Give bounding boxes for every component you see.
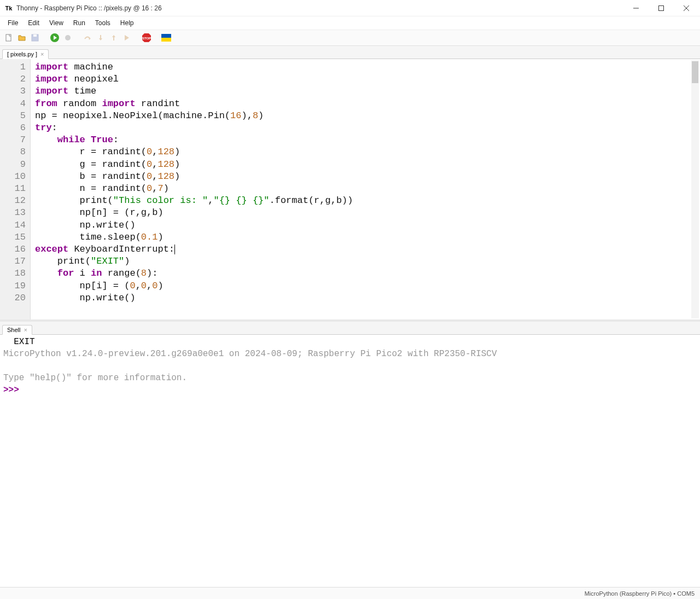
- interpreter-status[interactable]: MicroPython (Raspberry Pi Pico) • COM5: [585, 590, 695, 597]
- svg-rect-4: [6, 34, 11, 41]
- text-cursor: [174, 245, 175, 254]
- svg-text:STOP: STOP: [142, 37, 151, 40]
- menu-file[interactable]: File: [3, 18, 22, 28]
- maximize-button[interactable]: [649, 0, 674, 16]
- svg-marker-14: [112, 35, 115, 37]
- menu-bar: File Edit View Run Tools Help: [0, 16, 700, 30]
- svg-rect-19: [161, 38, 171, 42]
- save-file-icon[interactable]: [30, 32, 40, 43]
- svg-marker-15: [125, 35, 129, 40]
- shell-panel[interactable]: EXIT MicroPython v1.24.0-preview.201.g26…: [0, 335, 700, 587]
- menu-edit[interactable]: Edit: [24, 18, 44, 28]
- shell-tab-label: Shell: [7, 327, 20, 333]
- window-controls: [623, 0, 699, 16]
- svg-marker-12: [99, 38, 102, 40]
- svg-rect-6: [33, 34, 37, 37]
- open-file-icon[interactable]: [16, 32, 27, 43]
- debug-icon[interactable]: [62, 32, 73, 43]
- svg-rect-1: [659, 5, 664, 10]
- svg-point-9: [65, 35, 71, 40]
- step-out-icon[interactable]: [108, 32, 119, 43]
- tab-label: [ pixels.py ]: [7, 51, 37, 57]
- shell-tab-bar: Shell ×: [0, 322, 700, 335]
- run-icon[interactable]: [49, 32, 60, 43]
- step-into-icon[interactable]: [95, 32, 106, 43]
- app-icon: Tk: [4, 4, 13, 13]
- menu-view[interactable]: View: [45, 18, 68, 28]
- tab-shell[interactable]: Shell ×: [2, 325, 32, 335]
- code-editor[interactable]: 1234567891011121314151617181920 import m…: [0, 59, 700, 322]
- code-area[interactable]: import machine import neopixel import ti…: [31, 59, 700, 319]
- tab-pixels-py[interactable]: [ pixels.py ] ×: [2, 49, 49, 59]
- menu-help[interactable]: Help: [116, 18, 138, 28]
- new-file-icon[interactable]: [3, 32, 14, 43]
- ukraine-flag-icon[interactable]: [161, 32, 172, 43]
- editor-tab-bar: [ pixels.py ] ×: [0, 46, 700, 59]
- shell-banner: MicroPython v1.24.0-preview.201.g269a0e0…: [3, 349, 497, 359]
- tab-close-icon[interactable]: ×: [40, 51, 44, 57]
- svg-rect-18: [161, 34, 171, 38]
- menu-run[interactable]: Run: [69, 18, 90, 28]
- line-number-gutter: 1234567891011121314151617181920: [0, 59, 31, 319]
- shell-output: EXIT: [3, 337, 35, 347]
- resume-icon[interactable]: [121, 32, 132, 43]
- shell-tab-close-icon[interactable]: ×: [24, 327, 27, 333]
- title-bar: Tk Thonny - Raspberry Pi Pico :: /pixels…: [0, 0, 700, 16]
- window-title: Thonny - Raspberry Pi Pico :: /pixels.py…: [16, 4, 162, 12]
- status-bar: MicroPython (Raspberry Pi Pico) • COM5: [0, 587, 700, 599]
- toolbar: STOP: [0, 30, 700, 46]
- menu-tools[interactable]: Tools: [91, 18, 115, 28]
- minimize-button[interactable]: [623, 0, 649, 16]
- editor-scrollbar[interactable]: [691, 60, 699, 318]
- stop-icon[interactable]: STOP: [141, 32, 152, 43]
- shell-prompt: >>>: [3, 385, 24, 395]
- scrollbar-thumb[interactable]: [692, 61, 698, 83]
- close-button[interactable]: [674, 0, 699, 16]
- step-over-icon[interactable]: [82, 32, 93, 43]
